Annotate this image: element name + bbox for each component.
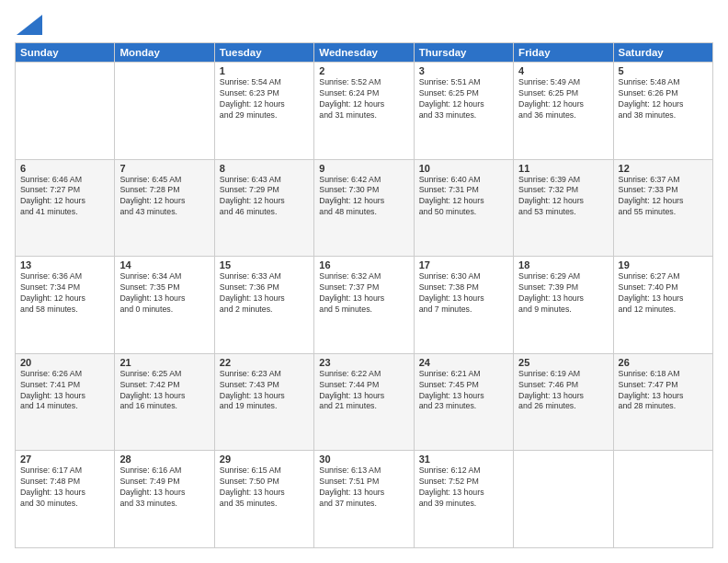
cell-info: Sunrise: 5:52 AM Sunset: 6:24 PM Dayligh… — [319, 77, 408, 121]
day-number: 16 — [319, 259, 408, 270]
cell-info: Sunrise: 6:17 AM Sunset: 7:48 PM Dayligh… — [20, 465, 109, 510]
calendar-cell: 1Sunrise: 5:54 AM Sunset: 6:23 PM Daylig… — [214, 63, 313, 160]
calendar-cell: 17Sunrise: 6:30 AM Sunset: 7:38 PM Dayli… — [414, 257, 513, 354]
calendar-week-row: 20Sunrise: 6:26 AM Sunset: 7:41 PM Dayli… — [16, 353, 713, 451]
cell-info: Sunrise: 6:30 AM Sunset: 7:38 PM Dayligh… — [419, 271, 508, 316]
weekday-header-row: SundayMondayTuesdayWednesdayThursdayFrid… — [16, 43, 713, 63]
weekday-header: Saturday — [613, 43, 712, 63]
day-number: 3 — [419, 65, 508, 76]
calendar-cell: 3Sunrise: 5:51 AM Sunset: 6:25 PM Daylig… — [414, 63, 513, 160]
day-number: 17 — [419, 259, 508, 270]
weekday-header: Friday — [514, 43, 613, 63]
logo — [15, 15, 42, 35]
calendar-cell: 9Sunrise: 6:42 AM Sunset: 7:30 PM Daylig… — [314, 159, 414, 257]
cell-info: Sunrise: 6:39 AM Sunset: 7:32 PM Dayligh… — [518, 175, 608, 219]
day-number: 27 — [20, 454, 109, 465]
day-number: 24 — [419, 357, 508, 368]
cell-info: Sunrise: 6:33 AM Sunset: 7:36 PM Dayligh… — [220, 271, 309, 316]
calendar-cell: 8Sunrise: 6:43 AM Sunset: 7:29 PM Daylig… — [214, 159, 313, 257]
calendar-cell: 22Sunrise: 6:23 AM Sunset: 7:43 PM Dayli… — [214, 353, 313, 451]
calendar-cell: 14Sunrise: 6:34 AM Sunset: 7:35 PM Dayli… — [115, 257, 214, 354]
cell-info: Sunrise: 6:40 AM Sunset: 7:31 PM Dayligh… — [419, 175, 508, 219]
day-number: 21 — [119, 357, 209, 368]
calendar-cell: 16Sunrise: 6:32 AM Sunset: 7:37 PM Dayli… — [314, 257, 414, 354]
calendar-week-row: 6Sunrise: 6:46 AM Sunset: 7:27 PM Daylig… — [16, 159, 713, 257]
cell-info: Sunrise: 6:22 AM Sunset: 7:44 PM Dayligh… — [319, 369, 408, 413]
cell-info: Sunrise: 5:49 AM Sunset: 6:25 PM Dayligh… — [518, 77, 608, 121]
calendar-cell: 11Sunrise: 6:39 AM Sunset: 7:32 PM Dayli… — [514, 159, 613, 257]
calendar-cell: 28Sunrise: 6:16 AM Sunset: 7:49 PM Dayli… — [115, 451, 214, 548]
day-number: 6 — [20, 163, 109, 174]
calendar-cell: 2Sunrise: 5:52 AM Sunset: 6:24 PM Daylig… — [314, 63, 414, 160]
cell-info: Sunrise: 6:26 AM Sunset: 7:41 PM Dayligh… — [20, 369, 109, 413]
day-number: 28 — [119, 454, 209, 465]
calendar-cell: 7Sunrise: 6:45 AM Sunset: 7:28 PM Daylig… — [115, 159, 214, 257]
day-number: 19 — [619, 259, 708, 270]
day-number: 15 — [220, 259, 309, 270]
cell-info: Sunrise: 6:15 AM Sunset: 7:50 PM Dayligh… — [220, 465, 309, 510]
cell-info: Sunrise: 6:25 AM Sunset: 7:42 PM Dayligh… — [119, 369, 209, 413]
calendar-cell: 18Sunrise: 6:29 AM Sunset: 7:39 PM Dayli… — [514, 257, 613, 354]
cell-info: Sunrise: 6:13 AM Sunset: 7:51 PM Dayligh… — [319, 465, 408, 510]
calendar-cell: 20Sunrise: 6:26 AM Sunset: 7:41 PM Dayli… — [16, 353, 115, 451]
calendar-cell: 19Sunrise: 6:27 AM Sunset: 7:40 PM Dayli… — [613, 257, 712, 354]
cell-info: Sunrise: 6:36 AM Sunset: 7:34 PM Dayligh… — [20, 271, 109, 316]
calendar-cell: 24Sunrise: 6:21 AM Sunset: 7:45 PM Dayli… — [414, 353, 513, 451]
calendar-cell: 27Sunrise: 6:17 AM Sunset: 7:48 PM Dayli… — [16, 451, 115, 548]
weekday-header: Sunday — [16, 43, 115, 63]
cell-info: Sunrise: 6:29 AM Sunset: 7:39 PM Dayligh… — [518, 271, 608, 316]
calendar-week-row: 27Sunrise: 6:17 AM Sunset: 7:48 PM Dayli… — [16, 451, 713, 548]
day-number: 10 — [419, 163, 508, 174]
cell-info: Sunrise: 6:37 AM Sunset: 7:33 PM Dayligh… — [619, 175, 708, 219]
weekday-header: Wednesday — [314, 43, 414, 63]
calendar-cell: 15Sunrise: 6:33 AM Sunset: 7:36 PM Dayli… — [214, 257, 313, 354]
day-number: 31 — [419, 454, 508, 465]
cell-info: Sunrise: 6:18 AM Sunset: 7:47 PM Dayligh… — [619, 369, 708, 413]
calendar-cell: 31Sunrise: 6:12 AM Sunset: 7:52 PM Dayli… — [414, 451, 513, 548]
calendar-cell — [613, 451, 712, 548]
day-number: 4 — [518, 65, 608, 76]
weekday-header: Monday — [115, 43, 214, 63]
cell-info: Sunrise: 6:16 AM Sunset: 7:49 PM Dayligh… — [119, 465, 209, 510]
calendar-cell: 4Sunrise: 5:49 AM Sunset: 6:25 PM Daylig… — [514, 63, 613, 160]
day-number: 30 — [319, 454, 408, 465]
day-number: 5 — [619, 65, 708, 76]
day-number: 20 — [20, 357, 109, 368]
calendar-cell: 29Sunrise: 6:15 AM Sunset: 7:50 PM Dayli… — [214, 451, 313, 548]
cell-info: Sunrise: 5:54 AM Sunset: 6:23 PM Dayligh… — [220, 77, 309, 121]
cell-info: Sunrise: 6:19 AM Sunset: 7:46 PM Dayligh… — [518, 369, 608, 413]
calendar-week-row: 13Sunrise: 6:36 AM Sunset: 7:34 PM Dayli… — [16, 257, 713, 354]
calendar-cell — [115, 63, 214, 160]
calendar-cell — [514, 451, 613, 548]
cell-info: Sunrise: 5:48 AM Sunset: 6:26 PM Dayligh… — [619, 77, 708, 121]
calendar-table: SundayMondayTuesdayWednesdayThursdayFrid… — [15, 42, 713, 548]
page: SundayMondayTuesdayWednesdayThursdayFrid… — [0, 0, 728, 563]
day-number: 25 — [518, 357, 608, 368]
calendar-cell: 6Sunrise: 6:46 AM Sunset: 7:27 PM Daylig… — [16, 159, 115, 257]
day-number: 2 — [319, 65, 408, 76]
calendar-cell: 21Sunrise: 6:25 AM Sunset: 7:42 PM Dayli… — [115, 353, 214, 451]
day-number: 26 — [619, 357, 708, 368]
weekday-header: Thursday — [414, 43, 513, 63]
day-number: 9 — [319, 163, 408, 174]
calendar-cell — [16, 63, 115, 160]
day-number: 23 — [319, 357, 408, 368]
calendar-cell: 5Sunrise: 5:48 AM Sunset: 6:26 PM Daylig… — [613, 63, 712, 160]
calendar-cell: 12Sunrise: 6:37 AM Sunset: 7:33 PM Dayli… — [613, 159, 712, 257]
cell-info: Sunrise: 6:23 AM Sunset: 7:43 PM Dayligh… — [220, 369, 309, 413]
calendar-cell: 25Sunrise: 6:19 AM Sunset: 7:46 PM Dayli… — [514, 353, 613, 451]
logo-icon — [17, 15, 42, 35]
calendar-cell: 30Sunrise: 6:13 AM Sunset: 7:51 PM Dayli… — [314, 451, 414, 548]
calendar-cell: 26Sunrise: 6:18 AM Sunset: 7:47 PM Dayli… — [613, 353, 712, 451]
day-number: 1 — [220, 65, 309, 76]
cell-info: Sunrise: 6:42 AM Sunset: 7:30 PM Dayligh… — [319, 175, 408, 219]
calendar-cell: 10Sunrise: 6:40 AM Sunset: 7:31 PM Dayli… — [414, 159, 513, 257]
cell-info: Sunrise: 6:32 AM Sunset: 7:37 PM Dayligh… — [319, 271, 408, 316]
cell-info: Sunrise: 6:34 AM Sunset: 7:35 PM Dayligh… — [119, 271, 209, 316]
cell-info: Sunrise: 6:43 AM Sunset: 7:29 PM Dayligh… — [220, 175, 309, 219]
header — [15, 15, 713, 35]
cell-info: Sunrise: 6:21 AM Sunset: 7:45 PM Dayligh… — [419, 369, 508, 413]
day-number: 22 — [220, 357, 309, 368]
calendar-week-row: 1Sunrise: 5:54 AM Sunset: 6:23 PM Daylig… — [16, 63, 713, 160]
cell-info: Sunrise: 6:45 AM Sunset: 7:28 PM Dayligh… — [119, 175, 209, 219]
